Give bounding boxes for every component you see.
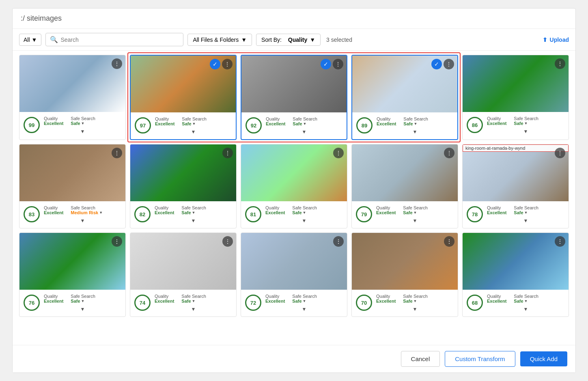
card-image-6 [19,144,125,201]
expand-arrow-1[interactable]: ▼ [80,129,85,134]
quick-add-button[interactable]: Quick Add [520,351,567,366]
safe-search-dropdown-11[interactable]: Safe ▼ [71,299,95,304]
card-14[interactable]: ⋮70QualityExcellentSafe SearchSafe ▼▼ [351,232,458,317]
expand-arrow-10[interactable]: ▼ [523,218,528,224]
safe-search-dropdown-6[interactable]: Medium Risk ▼ [71,210,103,215]
card-5[interactable]: ⋮86QualityExcellentSafe SearchSafe ▼▼ [462,55,569,140]
upload-button[interactable]: ⬆ Upload [543,37,569,43]
expand-arrow-13[interactable]: ▼ [302,306,307,312]
files-folder-dropdown[interactable]: All Files & Folders ▼ [187,34,252,46]
quality-label-13: Quality [265,294,285,299]
expand-arrow-7[interactable]: ▼ [191,218,196,224]
safe-search-dropdown-1[interactable]: Safe ▼ [71,121,95,126]
expand-arrow-4[interactable]: ▼ [413,129,418,135]
sort-dropdown[interactable]: Sort By: Quality ▼ [256,34,321,46]
safe-search-dropdown-2[interactable]: Safe ▼ [182,121,207,126]
expand-arrow-15[interactable]: ▼ [523,306,528,312]
card-12[interactable]: ⋮74QualityExcellentSafe SearchSafe ▼▼ [130,232,237,317]
more-icon-13[interactable]: ⋮ [333,236,344,247]
quality-label-9: Quality [376,205,396,210]
card-4[interactable]: ✓⋮89QualityExcellentSafe SearchSafe ▼▼ [351,55,458,140]
more-icon-9[interactable]: ⋮ [444,148,454,158]
more-icon-4[interactable]: ⋮ [444,59,454,69]
card-15[interactable]: ⋮68QualityExcellentSafe SearchSafe ▼▼ [462,232,569,317]
more-icon-5[interactable]: ⋮ [555,58,565,69]
quality-value-6: Excellent [44,210,63,215]
quality-value-9: Excellent [376,210,396,215]
expand-arrow-12[interactable]: ▼ [191,306,196,312]
expand-arrow-9[interactable]: ▼ [413,218,418,224]
check-icon-4[interactable]: ✓ [431,59,442,69]
card-13[interactable]: ⋮72QualityExcellentSafe SearchSafe ▼▼ [241,232,347,317]
expand-arrow-5[interactable]: ▼ [523,129,528,134]
quality-score-8: 81 [245,206,261,222]
quality-label-1: Quality [44,116,63,121]
quality-label-5: Quality [487,116,506,121]
safe-search-label-10: Safe Search [514,205,538,210]
selected-count: 3 selected [326,37,352,43]
safe-search-dropdown-13[interactable]: Safe ▼ [292,299,317,304]
more-icon-7[interactable]: ⋮ [222,148,233,158]
safe-search-dropdown-10[interactable]: Safe ▼ [514,210,538,215]
quality-value-8: Excellent [265,210,285,215]
card-3[interactable]: ✓⋮92QualityExcellentSafe SearchSafe ▼▼ [241,55,347,140]
more-icon-8[interactable]: ⋮ [333,148,344,158]
quality-label-3: Quality [266,116,285,121]
card-info-10: 78QualityExcellentSafe SearchSafe ▼▼ [463,201,569,228]
safe-search-dropdown-12[interactable]: Safe ▼ [181,299,206,304]
card-6[interactable]: ⋮83QualityExcellentSafe SearchMedium Ris… [19,144,126,228]
safe-search-dropdown-8[interactable]: Safe ▼ [292,210,317,215]
filter-dropdown[interactable]: All ▼ [19,34,41,46]
card-info-6: 83QualityExcellentSafe SearchMedium Risk… [19,201,125,228]
safe-search-label-9: Safe Search [403,205,428,210]
safe-search-label-1: Safe Search [71,116,95,121]
safe-search-dropdown-15[interactable]: Safe ▼ [514,299,538,304]
safe-search-dropdown-3[interactable]: Safe ▼ [293,121,317,126]
card-8[interactable]: ⋮81QualityExcellentSafe SearchSafe ▼▼ [241,144,347,228]
expand-arrow-3[interactable]: ▼ [302,129,307,135]
toolbar: All ▼ 🔍 All Files & Folders ▼ Sort By: Q… [13,29,575,51]
expand-arrow-6[interactable]: ▼ [80,218,85,224]
card-info-5: 86QualityExcellentSafe SearchSafe ▼▼ [463,112,569,139]
more-icon-1[interactable]: ⋮ [112,58,122,69]
more-icon-11[interactable]: ⋮ [112,236,122,247]
check-icon-3[interactable]: ✓ [321,59,331,69]
sort-value: Quality [288,37,307,43]
expand-arrow-14[interactable]: ▼ [413,306,418,312]
safe-search-label-2: Safe Search [182,116,207,121]
search-box[interactable]: 🔍 [45,33,183,46]
safe-search-dropdown-4[interactable]: Safe ▼ [403,121,428,126]
more-icon-14[interactable]: ⋮ [444,236,454,247]
files-chevron-icon: ▼ [241,37,247,43]
safe-search-dropdown-7[interactable]: Safe ▼ [181,210,206,215]
card-info-1: 99QualityExcellentSafe SearchSafe ▼▼ [19,112,125,139]
card-info-13: 72QualityExcellentSafe SearchSafe ▼▼ [241,290,347,316]
more-icon-6[interactable]: ⋮ [112,148,122,158]
search-input[interactable] [60,37,179,43]
card-9[interactable]: ⋮79QualityExcellentSafe SearchSafe ▼▼ [351,144,458,228]
custom-transform-button[interactable]: Custom Transform [445,351,515,367]
more-icon-10[interactable]: ⋮ [555,148,565,158]
card-7[interactable]: ⋮82QualityExcellentSafe SearchSafe ▼▼ [130,144,237,228]
card-actions-4: ✓⋮ [431,59,454,69]
card-image-9 [352,144,458,201]
cancel-button[interactable]: Cancel [401,351,440,367]
more-icon-15[interactable]: ⋮ [555,236,565,247]
card-11[interactable]: ⋮76QualityExcellentSafe SearchSafe ▼▼ [19,232,126,317]
check-icon-2[interactable]: ✓ [210,59,220,69]
card-1[interactable]: ⋮99QualityExcellentSafe SearchSafe ▼▼ [19,55,126,140]
quality-value-2: Excellent [155,121,174,126]
expand-arrow-11[interactable]: ▼ [80,306,85,312]
expand-arrow-8[interactable]: ▼ [302,218,307,224]
safe-search-dropdown-14[interactable]: Safe ▼ [403,299,428,304]
quality-value-14: Excellent [376,299,396,304]
more-icon-3[interactable]: ⋮ [333,59,343,69]
more-icon-12[interactable]: ⋮ [222,236,233,247]
card-info-3: 92QualityExcellentSafe SearchSafe ▼▼ [241,112,347,139]
more-icon-2[interactable]: ⋮ [222,59,233,69]
safe-search-dropdown-5[interactable]: Safe ▼ [514,121,538,126]
card-2[interactable]: ✓⋮97QualityExcellentSafe SearchSafe ▼▼ [130,55,237,140]
card-10[interactable]: king-room-at-ramada-by-wynd⋮78QualityExc… [462,144,569,228]
safe-search-dropdown-9[interactable]: Safe ▼ [403,210,428,215]
expand-arrow-2[interactable]: ▼ [191,129,196,135]
